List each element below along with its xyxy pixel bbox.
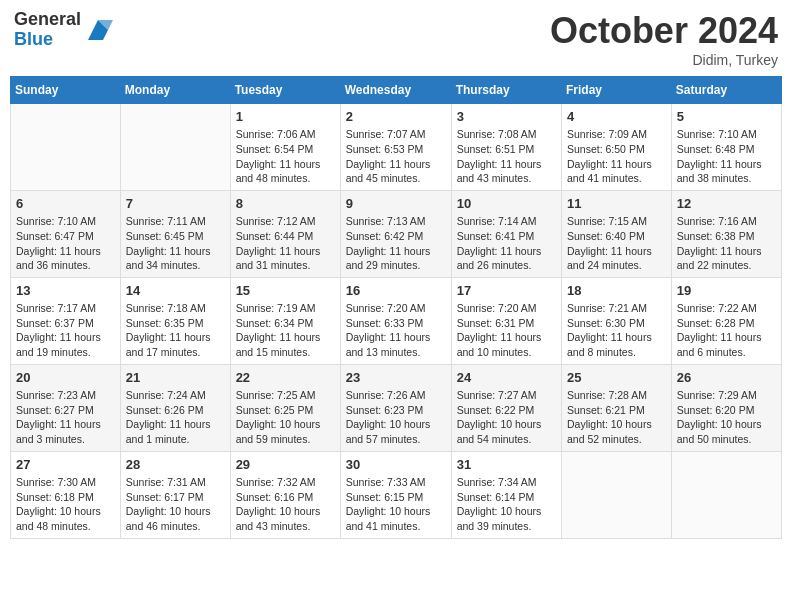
day-number: 30 xyxy=(346,456,446,474)
daylight-text: Daylight: 11 hours and 3 minutes. xyxy=(16,417,115,446)
day-cell: 28Sunrise: 7:31 AMSunset: 6:17 PMDayligh… xyxy=(120,451,230,538)
day-number: 23 xyxy=(346,369,446,387)
day-cell: 4Sunrise: 7:09 AMSunset: 6:50 PMDaylight… xyxy=(562,104,672,191)
sunrise-text: Sunrise: 7:17 AM xyxy=(16,301,115,316)
week-row-1: 1Sunrise: 7:06 AMSunset: 6:54 PMDaylight… xyxy=(11,104,782,191)
day-number: 18 xyxy=(567,282,666,300)
daylight-text: Daylight: 11 hours and 45 minutes. xyxy=(346,157,446,186)
sunset-text: Sunset: 6:28 PM xyxy=(677,316,776,331)
page-header: General Blue October 2024 Didim, Turkey xyxy=(10,10,782,68)
day-cell: 2Sunrise: 7:07 AMSunset: 6:53 PMDaylight… xyxy=(340,104,451,191)
week-row-5: 27Sunrise: 7:30 AMSunset: 6:18 PMDayligh… xyxy=(11,451,782,538)
sunset-text: Sunset: 6:20 PM xyxy=(677,403,776,418)
day-number: 6 xyxy=(16,195,115,213)
sunset-text: Sunset: 6:16 PM xyxy=(236,490,335,505)
sunset-text: Sunset: 6:41 PM xyxy=(457,229,556,244)
daylight-text: Daylight: 11 hours and 36 minutes. xyxy=(16,244,115,273)
sunset-text: Sunset: 6:50 PM xyxy=(567,142,666,157)
day-number: 8 xyxy=(236,195,335,213)
sunrise-text: Sunrise: 7:27 AM xyxy=(457,388,556,403)
daylight-text: Daylight: 10 hours and 52 minutes. xyxy=(567,417,666,446)
day-number: 2 xyxy=(346,108,446,126)
day-cell: 21Sunrise: 7:24 AMSunset: 6:26 PMDayligh… xyxy=(120,364,230,451)
daylight-text: Daylight: 11 hours and 41 minutes. xyxy=(567,157,666,186)
sunrise-text: Sunrise: 7:18 AM xyxy=(126,301,225,316)
sunrise-text: Sunrise: 7:25 AM xyxy=(236,388,335,403)
daylight-text: Daylight: 10 hours and 59 minutes. xyxy=(236,417,335,446)
sunrise-text: Sunrise: 7:19 AM xyxy=(236,301,335,316)
day-cell: 19Sunrise: 7:22 AMSunset: 6:28 PMDayligh… xyxy=(671,277,781,364)
sunset-text: Sunset: 6:23 PM xyxy=(346,403,446,418)
day-number: 22 xyxy=(236,369,335,387)
sunrise-text: Sunrise: 7:22 AM xyxy=(677,301,776,316)
day-number: 3 xyxy=(457,108,556,126)
day-number: 25 xyxy=(567,369,666,387)
day-cell: 12Sunrise: 7:16 AMSunset: 6:38 PMDayligh… xyxy=(671,190,781,277)
sunset-text: Sunset: 6:17 PM xyxy=(126,490,225,505)
daylight-text: Daylight: 11 hours and 24 minutes. xyxy=(567,244,666,273)
daylight-text: Daylight: 10 hours and 57 minutes. xyxy=(346,417,446,446)
sunrise-text: Sunrise: 7:10 AM xyxy=(16,214,115,229)
sunset-text: Sunset: 6:27 PM xyxy=(16,403,115,418)
week-row-4: 20Sunrise: 7:23 AMSunset: 6:27 PMDayligh… xyxy=(11,364,782,451)
day-cell: 6Sunrise: 7:10 AMSunset: 6:47 PMDaylight… xyxy=(11,190,121,277)
sunrise-text: Sunrise: 7:23 AM xyxy=(16,388,115,403)
day-cell: 11Sunrise: 7:15 AMSunset: 6:40 PMDayligh… xyxy=(562,190,672,277)
day-number: 15 xyxy=(236,282,335,300)
day-cell: 24Sunrise: 7:27 AMSunset: 6:22 PMDayligh… xyxy=(451,364,561,451)
daylight-text: Daylight: 11 hours and 10 minutes. xyxy=(457,330,556,359)
day-cell: 8Sunrise: 7:12 AMSunset: 6:44 PMDaylight… xyxy=(230,190,340,277)
daylight-text: Daylight: 10 hours and 46 minutes. xyxy=(126,504,225,533)
sunset-text: Sunset: 6:18 PM xyxy=(16,490,115,505)
day-number: 28 xyxy=(126,456,225,474)
sunset-text: Sunset: 6:26 PM xyxy=(126,403,225,418)
day-cell: 16Sunrise: 7:20 AMSunset: 6:33 PMDayligh… xyxy=(340,277,451,364)
day-cell: 20Sunrise: 7:23 AMSunset: 6:27 PMDayligh… xyxy=(11,364,121,451)
daylight-text: Daylight: 10 hours and 43 minutes. xyxy=(236,504,335,533)
sunrise-text: Sunrise: 7:20 AM xyxy=(457,301,556,316)
daylight-text: Daylight: 11 hours and 15 minutes. xyxy=(236,330,335,359)
title-block: October 2024 Didim, Turkey xyxy=(550,10,778,68)
day-cell: 9Sunrise: 7:13 AMSunset: 6:42 PMDaylight… xyxy=(340,190,451,277)
sunset-text: Sunset: 6:14 PM xyxy=(457,490,556,505)
sunrise-text: Sunrise: 7:28 AM xyxy=(567,388,666,403)
day-number: 4 xyxy=(567,108,666,126)
day-cell: 14Sunrise: 7:18 AMSunset: 6:35 PMDayligh… xyxy=(120,277,230,364)
col-header-thursday: Thursday xyxy=(451,77,561,104)
calendar-table: SundayMondayTuesdayWednesdayThursdayFrid… xyxy=(10,76,782,539)
daylight-text: Daylight: 11 hours and 31 minutes. xyxy=(236,244,335,273)
day-cell: 25Sunrise: 7:28 AMSunset: 6:21 PMDayligh… xyxy=(562,364,672,451)
logo-blue: Blue xyxy=(14,30,81,50)
sunrise-text: Sunrise: 7:29 AM xyxy=(677,388,776,403)
day-cell: 5Sunrise: 7:10 AMSunset: 6:48 PMDaylight… xyxy=(671,104,781,191)
sunset-text: Sunset: 6:30 PM xyxy=(567,316,666,331)
day-cell: 7Sunrise: 7:11 AMSunset: 6:45 PMDaylight… xyxy=(120,190,230,277)
sunrise-text: Sunrise: 7:31 AM xyxy=(126,475,225,490)
day-cell: 3Sunrise: 7:08 AMSunset: 6:51 PMDaylight… xyxy=(451,104,561,191)
sunset-text: Sunset: 6:51 PM xyxy=(457,142,556,157)
sunset-text: Sunset: 6:45 PM xyxy=(126,229,225,244)
sunset-text: Sunset: 6:33 PM xyxy=(346,316,446,331)
day-number: 9 xyxy=(346,195,446,213)
day-cell: 22Sunrise: 7:25 AMSunset: 6:25 PMDayligh… xyxy=(230,364,340,451)
sunset-text: Sunset: 6:40 PM xyxy=(567,229,666,244)
day-number: 31 xyxy=(457,456,556,474)
sunset-text: Sunset: 6:34 PM xyxy=(236,316,335,331)
sunset-text: Sunset: 6:22 PM xyxy=(457,403,556,418)
logo-icon xyxy=(83,15,113,45)
daylight-text: Daylight: 10 hours and 54 minutes. xyxy=(457,417,556,446)
sunrise-text: Sunrise: 7:14 AM xyxy=(457,214,556,229)
day-cell: 23Sunrise: 7:26 AMSunset: 6:23 PMDayligh… xyxy=(340,364,451,451)
day-number: 20 xyxy=(16,369,115,387)
logo: General Blue xyxy=(14,10,113,50)
day-number: 5 xyxy=(677,108,776,126)
day-cell: 17Sunrise: 7:20 AMSunset: 6:31 PMDayligh… xyxy=(451,277,561,364)
day-cell: 29Sunrise: 7:32 AMSunset: 6:16 PMDayligh… xyxy=(230,451,340,538)
day-number: 11 xyxy=(567,195,666,213)
col-header-tuesday: Tuesday xyxy=(230,77,340,104)
sunrise-text: Sunrise: 7:11 AM xyxy=(126,214,225,229)
sunset-text: Sunset: 6:42 PM xyxy=(346,229,446,244)
daylight-text: Daylight: 11 hours and 29 minutes. xyxy=(346,244,446,273)
sunset-text: Sunset: 6:53 PM xyxy=(346,142,446,157)
day-number: 1 xyxy=(236,108,335,126)
